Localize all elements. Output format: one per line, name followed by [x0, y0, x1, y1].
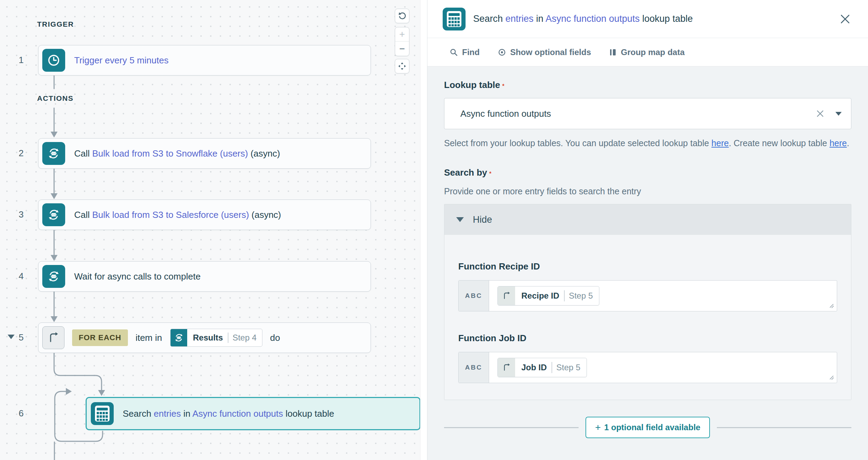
step-title: Trigger every 5 minutes	[74, 55, 168, 66]
pill-step-ref: Step 5	[565, 291, 599, 301]
required-asterisk: *	[489, 171, 491, 177]
step-title: Call Bulk load from S3 to Salesforce (us…	[74, 210, 281, 220]
function-job-id-field: Function Job ID ABC Job ID	[458, 333, 837, 383]
lookup-table-select[interactable]: Async function outputs	[444, 98, 851, 129]
zoom-out-button[interactable]: −	[395, 42, 409, 56]
divider	[717, 427, 851, 428]
step-number: 4	[15, 271, 27, 282]
do-label: do	[270, 333, 280, 343]
recipe-function-icon	[42, 142, 65, 165]
search-by-label: Search by	[444, 167, 487, 178]
undo-button[interactable]	[395, 9, 409, 23]
text-type-tag: ABC	[459, 352, 489, 383]
recipe-editor: TRIGGER ACTIONS 1 Trigger every 5 minute…	[0, 0, 868, 460]
hide-toggle[interactable]: Hide	[444, 204, 851, 235]
lookup-table-icon	[443, 8, 466, 30]
loop-icon	[498, 358, 515, 377]
panel-body: Lookup table* Async function outputs Sel…	[427, 67, 868, 460]
step-card-foreach[interactable]: FOR EACH item in Results Step 4 do	[38, 322, 371, 353]
flow-canvas[interactable]: TRIGGER ACTIONS 1 Trigger every 5 minute…	[0, 0, 427, 460]
undo-icon	[398, 11, 407, 20]
results-datapill[interactable]: Results Step 4	[170, 329, 262, 347]
pill-label: Results	[187, 333, 228, 343]
pill-step-ref: Step 5	[552, 363, 587, 372]
step-number: 5	[15, 332, 27, 343]
recipe-function-icon	[42, 203, 65, 226]
resize-handle-icon[interactable]	[829, 375, 834, 380]
recipe-id-datapill[interactable]: Recipe ID Step 5	[497, 286, 599, 306]
pan-button[interactable]	[395, 59, 409, 73]
step-card-call-snowflake[interactable]: Call Bulk load from S3 to Snowflake (use…	[38, 138, 371, 169]
panel-header: Search entries in Async function outputs…	[427, 0, 868, 38]
search-by-hint: Provide one or more entry fields to sear…	[444, 186, 851, 196]
divider	[444, 427, 579, 428]
chevron-down-icon[interactable]	[835, 112, 842, 116]
clear-selection-icon[interactable]	[816, 109, 825, 118]
lookup-table-help: Select from your lookup tables. You can …	[444, 136, 851, 150]
lookup-table-selected-value: Async function outputs	[460, 108, 816, 119]
step-number: 3	[15, 209, 27, 220]
step-card-search-entries[interactable]: Search entries in Async function outputs…	[86, 397, 420, 430]
loop-icon	[42, 326, 64, 349]
collapse-step-caret[interactable]	[8, 335, 15, 339]
search-by-fields: Function Recipe ID ABC Recipe ID	[444, 235, 851, 400]
canvas-scroll-gutter	[420, 0, 427, 460]
search-by-field: Search by* Provide one or more entry fie…	[444, 167, 851, 438]
step-title: Wait for async calls to complete	[74, 271, 201, 282]
trigger-section-label: TRIGGER	[37, 20, 74, 28]
step-number: 6	[15, 408, 27, 419]
pill-label: Recipe ID	[515, 291, 564, 301]
caret-down-icon	[456, 217, 464, 222]
step-title: Call Bulk load from S3 to Snowflake (use…	[74, 148, 280, 159]
find-button[interactable]: Find	[450, 47, 480, 57]
loop-icon	[498, 286, 515, 306]
lookup-table-field: Lookup table* Async function outputs Sel…	[444, 80, 851, 150]
pill-step-ref: Step 4	[228, 333, 262, 343]
function-recipe-id-label: Function Recipe ID	[458, 261, 837, 272]
recipe-function-icon	[42, 265, 65, 288]
panel-toolbar: Find Show optional fields Group map data	[427, 38, 868, 67]
search-by-group: Hide Function Recipe ID ABC	[444, 204, 851, 400]
show-optional-fields-button[interactable]: Show optional fields	[498, 47, 591, 57]
function-recipe-id-input[interactable]: ABC Recipe ID Step 5	[458, 280, 837, 311]
eye-icon	[498, 48, 506, 56]
zoom-controls: + −	[395, 27, 409, 56]
step-config-panel: Search entries in Async function outputs…	[427, 0, 868, 460]
step-card-call-salesforce[interactable]: Call Bulk load from S3 to Salesforce (us…	[38, 200, 371, 230]
required-asterisk: *	[502, 83, 504, 89]
resize-handle-icon[interactable]	[829, 303, 834, 308]
step-card-wait-async[interactable]: Wait for async calls to complete	[38, 261, 371, 292]
function-job-id-input[interactable]: ABC Job ID Step 5	[458, 352, 837, 383]
close-panel-button[interactable]	[837, 11, 853, 27]
update-lookup-table-link[interactable]: here	[711, 138, 729, 148]
optional-fields-row: + 1 optional field available	[444, 417, 851, 438]
group-map-data-button[interactable]: Group map data	[609, 47, 685, 57]
add-optional-field-button[interactable]: + 1 optional field available	[585, 417, 710, 438]
item-in-label: item in	[136, 333, 162, 343]
plus-icon: +	[595, 422, 601, 433]
group-columns-icon	[609, 48, 617, 56]
step-number: 1	[15, 55, 27, 65]
foreach-badge: FOR EACH	[72, 329, 128, 346]
pan-icon	[398, 62, 407, 71]
pill-label: Job ID	[515, 363, 552, 372]
create-lookup-table-link[interactable]: here	[830, 138, 847, 148]
recipe-function-icon	[171, 329, 187, 347]
close-icon	[839, 13, 851, 25]
text-type-tag: ABC	[459, 281, 489, 311]
clock-icon	[42, 49, 65, 72]
job-id-datapill[interactable]: Job ID Step 5	[497, 358, 587, 377]
zoom-in-button[interactable]: +	[395, 27, 409, 42]
function-recipe-id-field: Function Recipe ID ABC Recipe ID	[458, 261, 837, 311]
step-card-trigger[interactable]: Trigger every 5 minutes	[38, 45, 371, 76]
search-icon	[450, 48, 458, 56]
lookup-table-label: Lookup table	[444, 80, 500, 90]
function-job-id-label: Function Job ID	[458, 333, 837, 344]
lookup-table-icon	[91, 402, 114, 425]
actions-section-label: ACTIONS	[37, 94, 73, 103]
step-title: Search entries in Async function outputs…	[123, 408, 334, 419]
panel-title: Search entries in Async function outputs…	[473, 14, 837, 24]
step-number: 2	[15, 148, 27, 159]
